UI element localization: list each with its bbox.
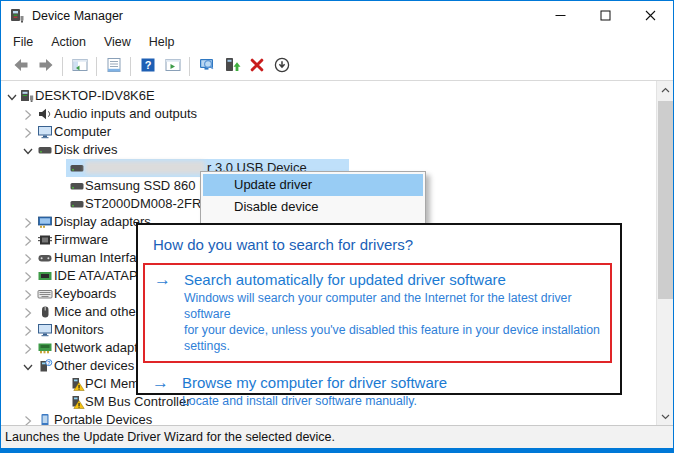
chevron-collapsed-icon[interactable]: [22, 108, 34, 120]
hid-icon: [37, 251, 53, 265]
minimize-button[interactable]: [538, 1, 583, 30]
tree-item-disk-drives[interactable]: Disk drives: [1, 141, 656, 159]
option-title[interactable]: Browse my computer for driver software: [182, 373, 447, 393]
scroll-up-button[interactable]: [657, 81, 673, 98]
pc-root-icon: [19, 89, 35, 103]
window-title: Device Manager: [32, 9, 123, 23]
svg-text:?: ?: [144, 59, 151, 71]
network-icon: [37, 341, 53, 355]
disable-device-button[interactable]: [269, 55, 294, 79]
menu-view[interactable]: View: [95, 32, 140, 52]
chevron-collapsed-icon[interactable]: [22, 342, 34, 354]
chevron-collapsed-icon[interactable]: [22, 216, 34, 228]
maximize-icon: [600, 10, 611, 21]
arrow-right-icon: →: [152, 373, 182, 409]
disk-icon: [37, 143, 53, 157]
window-controls: [538, 1, 673, 30]
device-manager-window: Device Manager File Action View Help ? D…: [0, 0, 674, 453]
context-menu-item-disable-device[interactable]: Disable device: [203, 196, 423, 218]
items-view-button[interactable]: [160, 55, 185, 79]
update-driver-dialog: How do you want to search for drivers? →…: [136, 223, 622, 395]
option-description: Locate and install driver software manua…: [182, 393, 447, 409]
menu-help[interactable]: Help: [140, 32, 184, 52]
option-browse-computer[interactable]: → Browse my computer for driver software…: [152, 373, 612, 409]
dialog-heading: How do you want to search for drivers?: [153, 236, 620, 253]
chevron-collapsed-icon[interactable]: [22, 234, 34, 246]
audio-icon: [37, 107, 53, 121]
forward-icon: [37, 56, 55, 78]
titlebar: Device Manager: [1, 1, 673, 30]
warning-icon: [69, 377, 85, 391]
properties-button[interactable]: [101, 55, 126, 79]
portable-icon: [37, 413, 53, 425]
other-icon: ?: [37, 359, 53, 373]
chevron-collapsed-icon[interactable]: [22, 306, 34, 318]
chevron-collapsed-icon[interactable]: [22, 126, 34, 138]
minimize-icon: [555, 10, 566, 21]
redacted-device-name: [85, 161, 205, 174]
scrollbar-thumb[interactable]: [658, 101, 673, 299]
show-console-tree-button[interactable]: [67, 55, 92, 79]
menu-file[interactable]: File: [4, 32, 42, 52]
close-button[interactable]: [628, 1, 673, 30]
disk-icon: [69, 179, 85, 193]
tree-item-label: Portable Devices: [54, 411, 152, 425]
disk-icon: [69, 161, 85, 175]
properties-icon: [105, 56, 123, 78]
uninstall-device-icon: [248, 56, 266, 78]
option-description: Windows will search your computer and th…: [184, 290, 602, 354]
warning-icon: [69, 395, 85, 409]
chevron-collapsed-icon[interactable]: [22, 252, 34, 264]
scan-hardware-changes-icon: [198, 56, 216, 78]
tree-item-label: Other devices: [54, 357, 134, 375]
chevron-expanded-icon[interactable]: [22, 144, 34, 156]
vertical-scrollbar[interactable]: [656, 81, 673, 425]
mouse-icon: [37, 305, 53, 319]
update-driver-button[interactable]: [219, 55, 244, 79]
red-highlight-box: → Search automatically for updated drive…: [143, 263, 612, 363]
chevron-collapsed-icon[interactable]: [22, 270, 34, 282]
tree-item-audio-inputs-and-outputs[interactable]: Audio inputs and outputs: [1, 105, 656, 123]
chevron-collapsed-icon[interactable]: [22, 324, 34, 336]
items-view-icon: [164, 56, 182, 78]
tree-item-label: Audio inputs and outputs: [54, 105, 197, 123]
forward-button[interactable]: [33, 55, 58, 79]
scan-hardware-changes-button[interactable]: [194, 55, 219, 79]
scroll-down-button[interactable]: [657, 408, 673, 425]
tree-item-label: DESKTOP-IDV8K6E: [35, 87, 155, 105]
tree-item-label: Firmware: [54, 231, 108, 249]
chevron-expanded-icon[interactable]: [6, 90, 18, 102]
uninstall-device-button[interactable]: [244, 55, 269, 79]
keyboard-icon: [37, 287, 53, 301]
arrow-right-icon: →: [154, 270, 184, 354]
back-icon: [12, 56, 30, 78]
chevron-collapsed-icon[interactable]: [22, 288, 34, 300]
back-button[interactable]: [8, 55, 33, 79]
disable-device-icon: [273, 56, 291, 78]
context-menu-item-update-driver[interactable]: Update driver: [203, 174, 423, 196]
monitor-icon: [37, 125, 53, 139]
tree-item-desktop-idv8k6e[interactable]: DESKTOP-IDV8K6E: [1, 87, 656, 105]
chevron-expanded-icon[interactable]: [22, 360, 34, 372]
monitor-icon: [37, 323, 53, 337]
display-icon: [37, 215, 53, 229]
help-button[interactable]: ?: [135, 55, 160, 79]
tree-item-portable-devices[interactable]: Portable Devices: [1, 411, 656, 425]
menu-action[interactable]: Action: [42, 32, 95, 52]
help-icon: ?: [139, 56, 157, 78]
maximize-button[interactable]: [583, 1, 628, 30]
firmware-icon: [37, 233, 53, 247]
chevron-collapsed-icon[interactable]: [22, 414, 34, 425]
tree-item-label: Disk drives: [54, 141, 118, 159]
toolbar-separator: [130, 57, 131, 76]
toolbar-separator: [62, 57, 63, 76]
chevron-up-icon: [661, 87, 670, 93]
option-search-automatically[interactable]: → Search automatically for updated drive…: [154, 270, 602, 354]
toolbar: ?: [1, 53, 673, 81]
tree-item-computer[interactable]: Computer: [1, 123, 656, 141]
toolbar-separator: [96, 57, 97, 76]
option-title[interactable]: Search automatically for updated driver …: [184, 270, 602, 290]
tree-item-label: Computer: [54, 123, 111, 141]
close-icon: [645, 10, 656, 21]
ide-icon: [37, 269, 53, 283]
